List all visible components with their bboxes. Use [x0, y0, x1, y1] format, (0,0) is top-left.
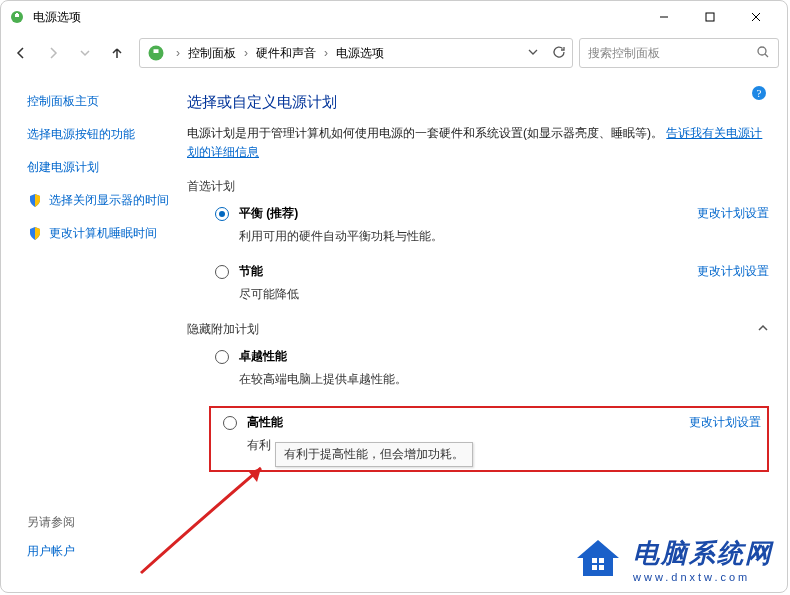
- navbar: › 控制面板 › 硬件和声音 › 电源选项 搜索控制面板: [1, 33, 787, 73]
- plan-high-name: 高性能: [247, 414, 283, 431]
- power-options-icon: [146, 43, 166, 63]
- plan-saver-name: 节能: [239, 263, 263, 280]
- watermark-subtitle: www.dnxtw.com: [633, 571, 750, 583]
- chevron-right-icon[interactable]: ›: [170, 46, 186, 60]
- svg-line-10: [765, 54, 768, 57]
- highlighted-plan-box: 高性能 更改计划设置 有利 有利于提高性能，但会增加功耗。: [209, 406, 769, 472]
- search-icon[interactable]: [756, 45, 770, 62]
- sidebar-item-choose-button-action[interactable]: 选择电源按钮的功能: [27, 126, 175, 143]
- svg-text:?: ?: [757, 87, 762, 99]
- window-title: 电源选项: [33, 9, 641, 26]
- addressbar[interactable]: › 控制面板 › 硬件和声音 › 电源选项: [139, 38, 573, 68]
- titlebar: 电源选项: [1, 1, 787, 33]
- search-input[interactable]: 搜索控制面板: [579, 38, 779, 68]
- nav-up-button[interactable]: [101, 39, 133, 67]
- watermark: 电脑系统网 www.dnxtw.com: [573, 534, 773, 584]
- breadcrumb-power-options[interactable]: 电源选项: [334, 45, 386, 62]
- minimize-button[interactable]: [641, 1, 687, 33]
- hidden-plans-label: 隐藏附加计划: [187, 321, 259, 338]
- chevron-right-icon[interactable]: ›: [238, 46, 254, 60]
- svg-rect-4: [706, 13, 714, 21]
- nav-back-button[interactable]: [5, 39, 37, 67]
- radio-high[interactable]: [223, 416, 237, 430]
- svg-point-9: [758, 47, 766, 55]
- plan-ultimate: 卓越性能 在较高端电脑上提供卓越性能。: [215, 348, 769, 388]
- watermark-title: 电脑系统网: [633, 536, 773, 571]
- shield-icon: [27, 226, 43, 242]
- svg-rect-2: [16, 13, 18, 14]
- sidebar-item-sleep-time[interactable]: 更改计算机睡眠时间: [49, 225, 157, 242]
- close-button[interactable]: [733, 1, 779, 33]
- edit-plan-balanced[interactable]: 更改计划设置: [697, 205, 769, 222]
- maximize-button[interactable]: [687, 1, 733, 33]
- sidebar: 控制面板主页 选择电源按钮的功能 创建电源计划 选择关闭显示器的时间 更改计算机…: [7, 81, 183, 588]
- see-also: 另请参阅 用户帐户: [27, 514, 75, 576]
- sidebar-control-panel-home[interactable]: 控制面板主页: [27, 93, 175, 110]
- help-icon[interactable]: ?: [751, 85, 767, 101]
- radio-saver[interactable]: [215, 265, 229, 279]
- see-also-label: 另请参阅: [27, 514, 75, 531]
- page-title: 选择或自定义电源计划: [187, 93, 769, 112]
- plan-saver-desc: 尽可能降低: [239, 286, 769, 303]
- collapse-icon[interactable]: [757, 322, 769, 337]
- power-options-icon: [9, 9, 25, 25]
- breadcrumb-control-panel[interactable]: 控制面板: [186, 45, 238, 62]
- refresh-icon[interactable]: [552, 45, 566, 62]
- edit-plan-high[interactable]: 更改计划设置: [689, 414, 761, 431]
- plan-balanced: 平衡 (推荐) 更改计划设置 利用可用的硬件自动平衡功耗与性能。: [215, 205, 769, 245]
- svg-rect-1: [15, 14, 19, 17]
- see-also-user-accounts[interactable]: 用户帐户: [27, 543, 75, 560]
- plan-balanced-name: 平衡 (推荐): [239, 205, 298, 222]
- sidebar-item-create-plan[interactable]: 创建电源计划: [27, 159, 175, 176]
- nav-history-button[interactable]: [69, 39, 101, 67]
- shield-icon: [27, 193, 43, 209]
- svg-rect-8: [154, 49, 159, 53]
- radio-ultimate[interactable]: [215, 350, 229, 364]
- plan-ultimate-desc: 在较高端电脑上提供卓越性能。: [239, 371, 769, 388]
- page-description: 电源计划是用于管理计算机如何使用电源的一套硬件和系统设置(如显示器亮度、睡眠等)…: [187, 124, 769, 162]
- addressbar-dropdown-icon[interactable]: [528, 46, 538, 60]
- plan-balanced-desc: 利用可用的硬件自动平衡功耗与性能。: [239, 228, 769, 245]
- main-content: ? 选择或自定义电源计划 电源计划是用于管理计算机如何使用电源的一套硬件和系统设…: [183, 81, 775, 588]
- nav-forward-button[interactable]: [37, 39, 69, 67]
- breadcrumb-hardware-sound[interactable]: 硬件和声音: [254, 45, 318, 62]
- plan-saver: 节能 更改计划设置 尽可能降低: [215, 263, 769, 303]
- tooltip-high-perf: 有利于提高性能，但会增加功耗。: [275, 442, 473, 467]
- radio-balanced[interactable]: [215, 207, 229, 221]
- search-placeholder: 搜索控制面板: [588, 45, 756, 62]
- preferred-plans-label: 首选计划: [187, 178, 769, 195]
- chevron-right-icon[interactable]: ›: [318, 46, 334, 60]
- sidebar-item-display-off-time[interactable]: 选择关闭显示器的时间: [49, 192, 169, 209]
- watermark-house-icon: [573, 534, 623, 584]
- window-frame: 电源选项 › 控制面板 › 硬件和声音 › 电源选项: [0, 0, 788, 593]
- edit-plan-saver[interactable]: 更改计划设置: [697, 263, 769, 280]
- plan-ultimate-name: 卓越性能: [239, 348, 287, 365]
